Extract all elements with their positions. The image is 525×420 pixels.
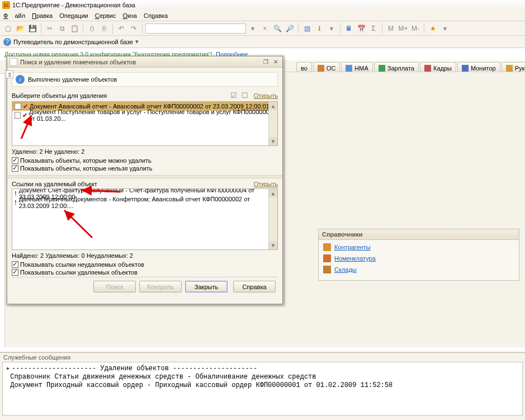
list-item[interactable]: ! ДанныеПервичныхДокументов - Конфетпром… bbox=[12, 198, 277, 207]
exclaim-icon: ! bbox=[15, 199, 17, 206]
chk-show-deletable[interactable]: Показывать объекты, которые можно удалит… bbox=[12, 157, 152, 164]
help-button[interactable]: Справка bbox=[233, 281, 276, 292]
close-button[interactable]: Закрыть bbox=[185, 281, 228, 292]
window-restore-button[interactable]: ❐ bbox=[261, 58, 270, 66]
tb-undo-icon[interactable]: ↶ bbox=[116, 23, 127, 34]
mark-icon: ✔ bbox=[23, 103, 28, 110]
checkbox-icon[interactable] bbox=[12, 261, 18, 268]
window-close-button[interactable]: ✕ bbox=[271, 58, 280, 66]
separator bbox=[142, 23, 143, 34]
control-button[interactable]: Контроль bbox=[139, 281, 182, 292]
tb-cut-icon[interactable]: ✂ bbox=[44, 23, 55, 34]
msg-line: --------------------- Удаление объектов … bbox=[12, 365, 257, 372]
guide-dropdown-icon[interactable]: ▾ bbox=[135, 38, 139, 45]
tb-preview-icon[interactable]: ⎘ bbox=[98, 23, 110, 34]
guidebar: ? Путеводитель по демонстрационной базе … bbox=[0, 36, 525, 48]
tb-mplus-icon[interactable]: M+ bbox=[398, 23, 409, 34]
tb-findnext-icon[interactable]: 🔎 bbox=[284, 23, 295, 34]
scroll-down-icon[interactable]: ▼ bbox=[269, 241, 277, 249]
side-panel-references: Справочники Контрагенты Номенклатура Скл… bbox=[318, 229, 519, 281]
tb-find-icon[interactable]: 🔍 bbox=[272, 23, 283, 34]
scrollbar[interactable]: ▲ ▼ bbox=[268, 102, 277, 145]
chk-show-refs-del[interactable]: Показывать ссылки удаляемых объектов bbox=[12, 269, 138, 276]
scrollbar[interactable]: ▲ ▼ bbox=[268, 189, 277, 249]
tb-new-icon[interactable]: ▢ bbox=[2, 23, 13, 34]
checkbox-icon[interactable] bbox=[12, 269, 18, 276]
tb-clear-icon[interactable]: × bbox=[259, 23, 271, 34]
chk-show-nondeletable[interactable]: Показывать объекты, которые нельзя удали… bbox=[12, 165, 153, 172]
checkbox-icon[interactable] bbox=[12, 165, 18, 172]
menubar: Файл Правка Операции Сервис Окна Справка bbox=[0, 10, 525, 21]
ref-link[interactable]: Номенклатура bbox=[334, 255, 376, 262]
side-panel-header: Справочники bbox=[319, 229, 519, 240]
dialog-icon bbox=[10, 58, 17, 66]
dialog-title: Поиск и удаление помеченных объектов bbox=[20, 59, 260, 65]
menu-service[interactable]: Сервис bbox=[95, 12, 116, 19]
item-text: Документ Поступление товаров и услуг - П… bbox=[29, 108, 275, 122]
scroll-up-icon[interactable]: ▲ bbox=[269, 189, 277, 197]
checkbox[interactable] bbox=[15, 103, 21, 110]
tb-m-icon[interactable]: M bbox=[385, 23, 396, 34]
tb-paste-icon[interactable]: 📋 bbox=[69, 23, 80, 34]
list-item[interactable]: ✔ Документ Поступление товаров и услуг -… bbox=[12, 111, 277, 120]
messages-panel: Служебные сообщения ▸-------------------… bbox=[0, 352, 525, 420]
info-icon: i bbox=[16, 75, 25, 84]
msg-line: Документ Приходный кассовый ордер - Прих… bbox=[10, 381, 392, 389]
check-all-icon[interactable]: ☑ bbox=[230, 91, 239, 100]
tb-dropdown-icon[interactable]: ▾ bbox=[247, 23, 258, 34]
item-text: ДанныеПервичныхДокументов - Конфетпром; … bbox=[19, 196, 275, 209]
cube-icon bbox=[323, 254, 331, 262]
tb-sum-icon[interactable]: Σ bbox=[368, 23, 379, 34]
menu-help[interactable]: Справка bbox=[144, 12, 168, 19]
tb-star-icon[interactable]: ★ bbox=[427, 23, 438, 34]
separator bbox=[382, 23, 382, 34]
menu-file[interactable]: Файл bbox=[3, 12, 25, 19]
tb-open-icon[interactable]: 📂 bbox=[15, 23, 26, 34]
menu-operations[interactable]: Операции bbox=[59, 12, 88, 19]
found-status: Найдено: 2 Удаляемых: 0 Неудаляемых: 2 bbox=[12, 252, 278, 259]
dialog-delete-marked: Поиск и удаление помеченных объектов ❐ ✕… bbox=[7, 56, 283, 304]
ref-item-contragents[interactable]: Контрагенты bbox=[323, 243, 514, 251]
monitor-icon bbox=[462, 65, 469, 72]
checkbox-icon[interactable] bbox=[12, 157, 18, 164]
tb-redo-icon[interactable]: ↷ bbox=[128, 23, 139, 34]
ref-item-warehouses[interactable]: Склады bbox=[323, 266, 514, 273]
tb-info-icon[interactable]: ℹ bbox=[314, 23, 325, 34]
guide-label[interactable]: Путеводитель по демонстрационной базе bbox=[13, 39, 133, 45]
dialog-titlebar[interactable]: Поиск и удаление помеченных объектов ❐ ✕ bbox=[7, 56, 282, 68]
open-link-top[interactable]: Открыть bbox=[254, 92, 278, 99]
refs-list[interactable]: ! Документ Счет-фактура полученный - Сче… bbox=[12, 188, 278, 250]
open-link-refs[interactable]: Открыть bbox=[254, 181, 278, 187]
tb-calendar-icon[interactable]: 📅 bbox=[356, 23, 367, 34]
book-icon bbox=[323, 243, 331, 251]
checkbox[interactable] bbox=[15, 112, 21, 119]
scroll-down-icon[interactable]: ▼ bbox=[269, 137, 277, 145]
tb-calc-icon[interactable]: 🖩 bbox=[343, 23, 354, 34]
zarp-icon bbox=[379, 65, 385, 72]
messages-body[interactable]: ▸--------------------- Удаление объектов… bbox=[2, 362, 523, 416]
chk-show-refs-nondel[interactable]: Показывать ссылки неудаляемых объектов bbox=[12, 261, 144, 268]
search-button[interactable]: Поиск bbox=[93, 281, 136, 292]
uncheck-all-icon[interactable]: ☐ bbox=[242, 91, 250, 100]
menu-edit[interactable]: Правка bbox=[32, 12, 53, 19]
nma-icon bbox=[346, 65, 352, 72]
scroll-up-icon[interactable]: ▲ bbox=[269, 102, 277, 110]
tb-mminus-icon[interactable]: M- bbox=[410, 23, 421, 34]
tb-print-icon[interactable]: ⎙ bbox=[86, 23, 97, 34]
titlebar: 1c 1С:Предприятие - Демонстрационная баз… bbox=[0, 0, 525, 10]
button-row: Поиск Контроль Закрыть Справка bbox=[12, 277, 278, 292]
tb-search-combo[interactable] bbox=[145, 23, 246, 34]
collapsed-tab[interactable]: ▯ bbox=[6, 70, 13, 78]
tb-props-icon[interactable]: ▤ bbox=[301, 23, 313, 34]
tb-dropdown2-icon[interactable]: ▾ bbox=[439, 23, 451, 34]
tb-copy-icon[interactable]: ⧉ bbox=[56, 23, 68, 34]
objects-list[interactable]: ✔ Документ Авансовый отчет - Авансовый о… bbox=[12, 101, 278, 146]
ref-link[interactable]: Контрагенты bbox=[334, 244, 371, 251]
tb-save-icon[interactable]: 💾 bbox=[27, 23, 38, 34]
app-title: 1С:Предприятие - Демонстрационная база bbox=[12, 2, 135, 8]
select-label: Выберите объекты для удаления bbox=[12, 92, 107, 99]
ref-link[interactable]: Склады bbox=[334, 266, 357, 273]
tb-drop-icon[interactable]: ▾ bbox=[326, 23, 337, 34]
menu-windows[interactable]: Окна bbox=[122, 12, 137, 19]
ref-item-nomenclature[interactable]: Номенклатура bbox=[323, 254, 514, 262]
